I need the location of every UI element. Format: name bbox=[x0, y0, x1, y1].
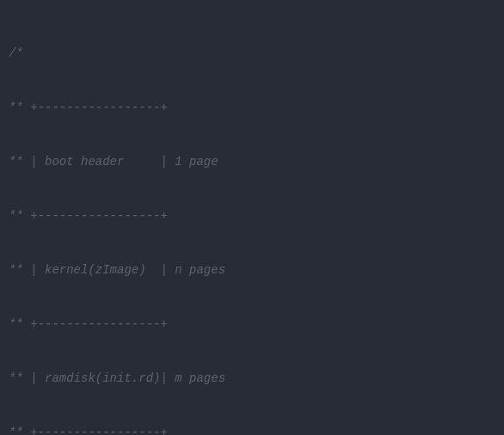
code-line: ** +-----------------+ bbox=[9, 207, 495, 225]
code-line: ** +-----------------+ bbox=[9, 424, 495, 435]
code-line: /* bbox=[9, 45, 495, 63]
code-comment-block: /* ** +-----------------+ ** | boot head… bbox=[9, 9, 495, 435]
code-line: ** +-----------------+ bbox=[9, 99, 495, 117]
code-line: ** | boot header | 1 page bbox=[9, 153, 495, 171]
code-line: ** | kernel(zImage) | n pages bbox=[9, 261, 495, 279]
code-line: ** | ramdisk(init.rd)| m pages bbox=[9, 370, 495, 388]
code-line: ** +-----------------+ bbox=[9, 316, 495, 334]
